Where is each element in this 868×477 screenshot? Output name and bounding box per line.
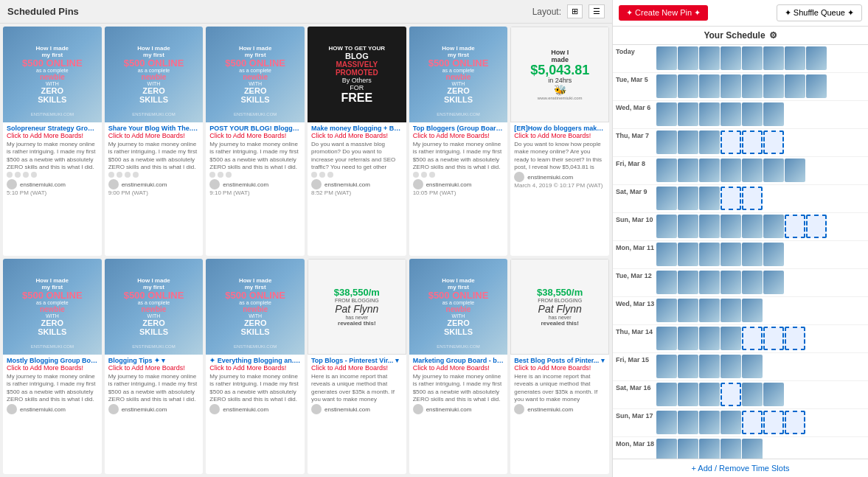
add-remove-time-button[interactable]: + Add / Remove Time Slots (613, 459, 868, 477)
scheduled-pin[interactable] (678, 355, 698, 378)
scheduled-pin[interactable] (699, 130, 720, 154)
pin-card[interactable]: How I made my first $500 ONLINE as a com… (206, 259, 305, 474)
scheduled-pin[interactable] (678, 271, 698, 294)
scheduled-pin-selected[interactable] (721, 187, 741, 210)
pin-add-boards[interactable]: Click to Add More Boards! (413, 132, 504, 139)
scheduled-pin-selected[interactable] (785, 411, 805, 434)
scheduled-pin[interactable] (763, 383, 784, 406)
gear-icon[interactable]: ⚙ (769, 30, 777, 41)
scheduled-pin[interactable] (742, 243, 763, 266)
scheduled-pin[interactable] (763, 74, 784, 98)
scheduled-pin[interactable] (721, 411, 741, 434)
pin-add-boards[interactable]: Click to Add More Boards! (413, 364, 504, 372)
scheduled-pin[interactable] (785, 74, 805, 98)
scheduled-pin[interactable] (656, 159, 677, 182)
scheduled-pin[interactable] (721, 159, 741, 182)
pin-add-boards[interactable]: Click to Add More Boards! (209, 364, 301, 372)
layout-list-button[interactable]: ☰ (588, 4, 605, 18)
scheduled-pin[interactable] (763, 46, 784, 70)
scheduled-pin[interactable] (721, 243, 741, 266)
pin-card[interactable]: How I made my first $500 ONLINE as a com… (409, 27, 508, 256)
pin-add-boards[interactable]: Click to Add More Boards! (108, 132, 200, 139)
scheduled-pin[interactable] (656, 215, 677, 238)
scheduled-pin-selected[interactable] (763, 130, 784, 154)
scheduled-pin[interactable] (678, 102, 698, 126)
scheduled-pin[interactable] (763, 215, 784, 238)
scheduled-pin[interactable] (678, 159, 698, 182)
pin-card[interactable]: How I made my first $500 ONLINE as a com… (409, 259, 508, 474)
pin-board-name[interactable]: Top Blogs - Pinterest Vir... ▾ (311, 357, 403, 364)
scheduled-pin[interactable] (699, 215, 720, 238)
scheduled-pin-selected[interactable] (785, 327, 805, 350)
scheduled-pin[interactable] (763, 271, 784, 294)
scheduled-pin[interactable] (763, 102, 784, 126)
pin-add-boards[interactable]: Click to Add More Boards! (7, 132, 98, 139)
scheduled-pin[interactable] (699, 74, 720, 98)
pin-add-boards[interactable]: Click to Add More Boards! (311, 364, 403, 372)
scheduled-pin-selected[interactable] (742, 327, 763, 350)
scheduled-pin[interactable] (656, 383, 677, 406)
scheduled-pin-selected[interactable] (806, 215, 827, 238)
pin-card[interactable]: How I made my first $500 ONLINE as a com… (206, 27, 305, 256)
scheduled-pin[interactable] (806, 74, 827, 98)
scheduled-pin[interactable] (763, 243, 784, 266)
pin-board-name[interactable]: Share Your Blog With The... ▾ (108, 125, 200, 132)
pin-card[interactable]: $38,550/m FROM BLOGGING Pat Flynn has ne… (510, 259, 609, 474)
scheduled-pin[interactable] (656, 130, 677, 154)
scheduled-pin[interactable] (699, 271, 720, 294)
scheduled-pin[interactable] (699, 439, 720, 459)
pin-add-boards[interactable]: Click to Add More Boards! (514, 132, 605, 139)
scheduled-pin[interactable] (699, 102, 720, 126)
scheduled-pin[interactable] (656, 243, 677, 266)
scheduled-pin[interactable] (678, 215, 698, 238)
scheduled-pin[interactable] (656, 102, 677, 126)
scheduled-pin[interactable] (742, 383, 763, 406)
scheduled-pin[interactable] (656, 187, 677, 210)
pin-card[interactable]: How I made my first $500 ONLINE as a com… (105, 259, 204, 474)
pin-card[interactable]: How I made my first $500 ONLINE as a com… (3, 259, 102, 474)
create-pin-button[interactable]: ✦ Create New Pin ✦ (619, 5, 708, 21)
pin-card[interactable]: How I made $5,043.81 in 24hrs 🐝 www.enst… (510, 27, 609, 256)
scheduled-pin-selected[interactable] (763, 327, 784, 350)
scheduled-pin[interactable] (699, 299, 720, 322)
scheduled-pin[interactable] (721, 439, 741, 459)
scheduled-pin[interactable] (806, 46, 827, 70)
pin-add-boards[interactable]: Click to Add More Boards! (514, 364, 605, 372)
scheduled-pin[interactable] (721, 271, 741, 294)
scheduled-pin[interactable] (656, 355, 677, 378)
scheduled-pin-selected[interactable] (721, 383, 741, 406)
scheduled-pin[interactable] (742, 215, 763, 238)
scheduled-pin[interactable] (742, 102, 763, 126)
scheduled-pin[interactable] (699, 355, 720, 378)
shuffle-queue-button[interactable]: ✦ Shuffle Queue ✦ (777, 4, 862, 21)
pin-board-name[interactable]: Best Blog Posts of Pinter... ▾ (514, 357, 605, 364)
pin-board-name[interactable]: [ER]How do bloggers make money ▾ (514, 125, 605, 132)
pin-board-name[interactable]: POST YOUR BLOG! Bloggers... ▾ (209, 125, 301, 132)
scheduled-pin[interactable] (742, 355, 763, 378)
scheduled-pin[interactable] (721, 74, 741, 98)
pin-card[interactable]: How I made my first $500 ONLINE as a com… (105, 27, 204, 256)
scheduled-pin[interactable] (699, 243, 720, 266)
scheduled-pin-selected[interactable] (785, 215, 805, 238)
scheduled-pin[interactable] (699, 383, 720, 406)
scheduled-pin[interactable] (721, 46, 741, 70)
scheduled-pin[interactable] (721, 327, 741, 350)
scheduled-pin[interactable] (678, 46, 698, 70)
scheduled-pin[interactable] (742, 159, 763, 182)
scheduled-pin[interactable] (699, 327, 720, 350)
scheduled-pin[interactable] (721, 215, 741, 238)
scheduled-pin[interactable] (785, 46, 805, 70)
scheduled-pin[interactable] (763, 159, 784, 182)
scheduled-pin[interactable] (721, 299, 741, 322)
pin-board-name[interactable]: Blogging Tips ✦ ▾ (108, 357, 200, 364)
scheduled-pin[interactable] (678, 187, 698, 210)
pin-board-name[interactable]: ✦ Everything Blogging an... ▾ (209, 357, 301, 364)
scheduled-pin[interactable] (699, 187, 720, 210)
scheduled-pin[interactable] (721, 355, 741, 378)
scheduled-pin[interactable] (699, 46, 720, 70)
scheduled-pin-selected[interactable] (742, 130, 763, 154)
scheduled-pin[interactable] (678, 299, 698, 322)
layout-grid-button[interactable]: ⊞ (567, 4, 583, 18)
scheduled-pin[interactable] (699, 159, 720, 182)
pin-board-name[interactable]: Top Bloggers (Group Board... ▾ (413, 125, 504, 132)
